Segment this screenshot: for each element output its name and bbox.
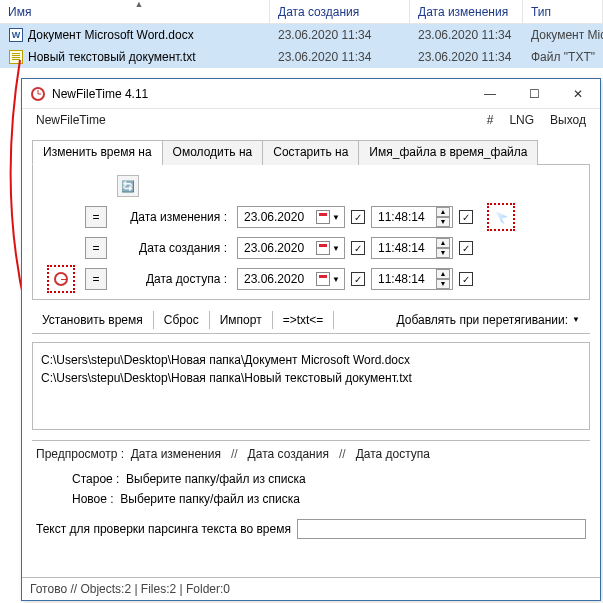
label-accessed: Дата доступа : (113, 272, 231, 286)
checkbox-accessed-date[interactable]: ✓ (351, 272, 365, 286)
file-name: Новый текстовый документ.txt (28, 50, 196, 64)
time-modified-input[interactable]: 11:48:14 ▲▼ (371, 206, 453, 228)
column-name[interactable]: Имя ▲ (0, 0, 270, 23)
spinner[interactable]: ▲▼ (436, 238, 450, 258)
column-type[interactable]: Тип (523, 0, 603, 23)
newfiletime-window: NewFileTime 4.11 — ☐ ✕ NewFileTime # LNG… (21, 78, 601, 601)
label-modified: Дата изменения : (113, 210, 231, 224)
time-created-input[interactable]: 11:48:14 ▲▼ (371, 237, 453, 259)
globe-button[interactable]: 🔄 (117, 175, 139, 197)
status-bar: Готово // Objects:2 | Files:2 | Folder:0 (22, 577, 600, 600)
file-type: Документ Micros (523, 28, 603, 42)
checkbox-created-date[interactable]: ✓ (351, 241, 365, 255)
menu-exit[interactable]: Выход (542, 111, 594, 129)
file-modified: 23.06.2020 11:34 (410, 50, 523, 64)
minimize-button[interactable]: — (468, 79, 512, 108)
spinner[interactable]: ▲▼ (436, 269, 450, 289)
import-button[interactable]: Импорт (210, 306, 272, 333)
reset-button[interactable]: Сброс (154, 306, 209, 333)
list-item[interactable]: C:\Users\stepu\Desktop\Новая папка\Докум… (41, 351, 581, 369)
chevron-down-icon: ▼ (332, 244, 340, 253)
explorer-header: Имя ▲ Дата создания Дата изменения Тип (0, 0, 603, 24)
parse-test-row: Текст для проверки парсинга текста во вр… (36, 519, 586, 539)
equalize-button[interactable]: = (85, 237, 107, 259)
set-time-button[interactable]: Установить время (32, 306, 153, 333)
row-accessed: = Дата доступа : 23.06.2020▼ ✓ 11:48:14 … (43, 265, 579, 293)
explorer-list: Имя ▲ Дата создания Дата изменения Тип W… (0, 0, 603, 68)
column-modified[interactable]: Дата изменения (410, 0, 523, 23)
file-row[interactable]: Новый текстовый документ.txt 23.06.2020 … (0, 46, 603, 68)
close-button[interactable]: ✕ (556, 79, 600, 108)
equalize-button[interactable]: = (85, 206, 107, 228)
file-type: Файл "TXT" (523, 50, 603, 64)
action-bar: Установить время Сброс Импорт =>txt<= До… (32, 306, 590, 334)
chevron-down-icon: ▼ (332, 275, 340, 284)
menu-hash[interactable]: # (479, 111, 502, 129)
checkbox-modified-date[interactable]: ✓ (351, 210, 365, 224)
file-created: 23.06.2020 11:34 (270, 50, 410, 64)
menubar: NewFileTime # LNG Выход (22, 109, 600, 131)
time-accessed-input[interactable]: 11:48:14 ▲▼ (371, 268, 453, 290)
row-created: = Дата создания : 23.06.2020▼ ✓ 11:48:14… (43, 237, 579, 259)
tab-change-time[interactable]: Изменить время на (32, 140, 163, 165)
preview-new: Новое : Выберите папку/файл из списка (72, 489, 586, 509)
calendar-icon (316, 210, 330, 224)
word-file-icon: W (8, 27, 24, 43)
equalize-button[interactable]: = (85, 268, 107, 290)
checkbox-created-time[interactable]: ✓ (459, 241, 473, 255)
checkbox-accessed-time[interactable]: ✓ (459, 272, 473, 286)
tab-older[interactable]: Состарить на (262, 140, 359, 165)
chevron-down-icon: ▼ (332, 213, 340, 222)
export-txt-button[interactable]: =>txt<= (273, 306, 334, 333)
menu-app[interactable]: NewFileTime (28, 111, 114, 129)
apply-cursor-icon[interactable] (487, 203, 515, 231)
tab-body: 🔄 = Дата изменения : 23.06.2020▼ ✓ 11:48… (32, 165, 590, 300)
clock-icon[interactable] (47, 265, 75, 293)
sort-asc-icon: ▲ (135, 0, 144, 9)
tab-younger[interactable]: Омолодить на (162, 140, 264, 165)
date-created-input[interactable]: 23.06.2020▼ (237, 237, 345, 259)
titlebar[interactable]: NewFileTime 4.11 — ☐ ✕ (22, 79, 600, 109)
drag-drop-mode[interactable]: Добавлять при перетягивании:▼ (387, 306, 591, 333)
calendar-icon (316, 272, 330, 286)
tabs: Изменить время на Омолодить на Состарить… (32, 139, 590, 165)
date-modified-input[interactable]: 23.06.2020▼ (237, 206, 345, 228)
menu-lng[interactable]: LNG (501, 111, 542, 129)
file-row[interactable]: W Документ Microsoft Word.docx 23.06.202… (0, 24, 603, 46)
list-item[interactable]: C:\Users\stepu\Desktop\Новая папка\Новый… (41, 369, 581, 387)
preview-header: Предпросмотр : Дата изменения // Дата со… (36, 447, 586, 461)
txt-file-icon (8, 49, 24, 65)
row-modified: = Дата изменения : 23.06.2020▼ ✓ 11:48:1… (43, 203, 579, 231)
maximize-button[interactable]: ☐ (512, 79, 556, 108)
file-created: 23.06.2020 11:34 (270, 28, 410, 42)
preview-section: Предпросмотр : Дата изменения // Дата со… (32, 440, 590, 543)
chevron-down-icon: ▼ (572, 315, 580, 324)
date-accessed-input[interactable]: 23.06.2020▼ (237, 268, 345, 290)
file-path-list[interactable]: C:\Users\stepu\Desktop\Новая папка\Докум… (32, 342, 590, 430)
window-title: NewFileTime 4.11 (52, 87, 468, 101)
label-created: Дата создания : (113, 241, 231, 255)
tab-filename-to-time[interactable]: Имя_файла в время_файла (358, 140, 538, 165)
preview-old: Старое : Выберите папку/файл из списка (72, 469, 586, 489)
spinner[interactable]: ▲▼ (436, 207, 450, 227)
column-created[interactable]: Дата создания (270, 0, 410, 23)
parse-label: Текст для проверки парсинга текста во вр… (36, 522, 291, 536)
app-icon (30, 86, 46, 102)
file-name: Документ Microsoft Word.docx (28, 28, 194, 42)
file-modified: 23.06.2020 11:34 (410, 28, 523, 42)
parse-input[interactable] (297, 519, 586, 539)
checkbox-modified-time[interactable]: ✓ (459, 210, 473, 224)
calendar-icon (316, 241, 330, 255)
